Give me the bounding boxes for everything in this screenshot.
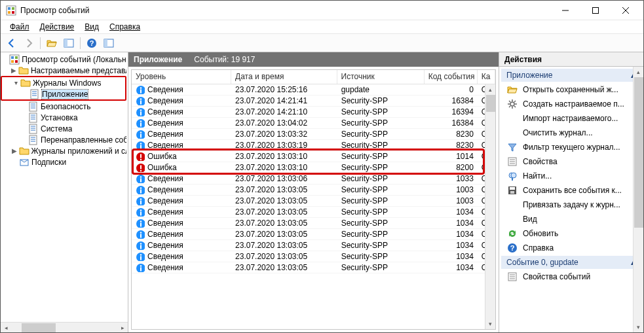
action-save-all-events[interactable]: Сохранить все события к... [501, 183, 642, 198]
action-filter-log[interactable]: Фильтр текущего журнал... [501, 140, 642, 154]
scroll-thumb[interactable] [486, 95, 495, 112]
tree-root[interactable]: Просмотр событий (Локальны [1, 54, 128, 65]
scroll-right-button[interactable]: ▸ [117, 323, 128, 333]
tree-setup-log[interactable]: Установка [1, 112, 128, 123]
tree-security-log[interactable]: Безопасность [1, 101, 128, 112]
cell-level: Сведения [132, 85, 231, 94]
table-row[interactable]: Сведения23.07.2020 13:03:05Security-SPP1… [132, 207, 495, 218]
actions-section-event[interactable]: Событие 0, gupdate ▲ [501, 256, 641, 269]
menu-file[interactable]: Файл [5, 21, 35, 33]
action-refresh[interactable]: Обновить [501, 226, 642, 241]
tree-twist-icon[interactable]: ▶ [10, 147, 19, 154]
table-row[interactable]: Сведения23.07.2020 13:03:05Security-SPP1… [132, 251, 495, 262]
info-icon [136, 252, 145, 261]
column-header-code[interactable]: Код события [425, 70, 478, 84]
actions-body: Приложение ▲ Открыть сохраненный ж... Со… [499, 67, 643, 332]
action-find[interactable]: Найти... [501, 169, 642, 183]
maximize-button[interactable] [580, 1, 611, 20]
actions-section-application[interactable]: Приложение ▲ [501, 69, 641, 82]
cell-code: 16384 [425, 96, 478, 105]
cell-source: Security-SPP [337, 241, 425, 250]
cell-code: 16394 [425, 107, 478, 116]
tree-label: Приложение [42, 90, 88, 99]
action-clear-log[interactable]: Очистить журнал... [501, 126, 642, 140]
tree-twist-icon[interactable]: ▶ [10, 67, 18, 74]
toolbar-forward-button[interactable] [22, 36, 36, 50]
table-row[interactable]: Ошибка23.07.2020 13:03:10Security-SPP101… [132, 151, 495, 162]
scroll-left-button[interactable]: ◂ [1, 323, 11, 333]
tree-subscriptions[interactable]: Подписки [1, 156, 128, 167]
scroll-up-button[interactable]: ▴ [634, 67, 644, 77]
cell-source: Security-SPP [337, 96, 425, 105]
toolbar-show-tree-button[interactable] [45, 36, 59, 50]
blank-icon [507, 214, 518, 224]
cell-level: Сведения [132, 174, 231, 183]
tree-pane: Просмотр событий (Локальны ▶ Настраиваем… [1, 52, 128, 332]
toolbar-back-button[interactable] [5, 36, 19, 50]
action-label: Открыть сохраненный ж... [523, 85, 618, 94]
action-create-custom-view[interactable]: Создать настраиваемое п... [501, 97, 642, 111]
info-icon [136, 107, 145, 116]
column-header-datetime[interactable]: Дата и время [231, 70, 337, 84]
table-row[interactable]: Сведения23.07.2020 14:21:10Security-SPP1… [132, 107, 495, 118]
cell-level: Сведения [132, 196, 231, 205]
toolbar-panes-button[interactable] [62, 36, 76, 50]
scroll-up-button[interactable]: ▴ [485, 84, 496, 95]
action-label: Очистить журнал... [523, 128, 593, 137]
table-row[interactable]: Сведения23.07.2020 13:03:05Security-SPP1… [132, 184, 495, 196]
scroll-down-button[interactable]: ▾ [634, 322, 644, 332]
column-header-source[interactable]: Источник [337, 70, 425, 84]
scroll-thumb[interactable] [22, 323, 56, 332]
actions-vertical-scrollbar[interactable]: ▴ ▾ [633, 67, 643, 332]
menu-action[interactable]: Действие [35, 21, 80, 33]
cell-datetime: 23.07.2020 13:03:06 [231, 174, 337, 183]
table-row[interactable]: Сведения23.07.2020 13:03:06Security-SPP1… [132, 173, 495, 184]
action-open-saved-log[interactable]: Открыть сохраненный ж... [501, 82, 642, 97]
table-row[interactable]: Сведения23.07.2020 13:03:32Security-SPP8… [132, 129, 495, 140]
tree-forwarded-log[interactable]: Перенаправленные соб [1, 134, 128, 145]
save-icon [507, 185, 518, 196]
table-row[interactable]: Сведения23.07.2020 13:03:05Security-SPP1… [132, 218, 495, 229]
table-row[interactable]: Сведения23.07.2020 13:03:05Security-SPP1… [132, 240, 495, 251]
action-properties[interactable]: Свойства [501, 154, 642, 169]
scroll-thumb[interactable] [634, 77, 643, 228]
tree-system-log[interactable]: Система [1, 123, 128, 134]
tree-windows-logs[interactable]: ▾ Журналы Windows [2, 77, 125, 88]
tree-twist-icon[interactable]: ▾ [11, 79, 20, 86]
action-import-custom-view[interactable]: Импорт настраиваемого... [501, 111, 642, 126]
table-row[interactable]: Ошибка23.07.2020 13:03:10Security-SPP820… [132, 162, 495, 173]
tree-horizontal-scrollbar[interactable]: ◂ ▸ [1, 322, 128, 332]
tree-root-label: Просмотр событий (Локальны [22, 55, 126, 64]
table-row[interactable]: Сведения23.07.2020 15:25:16gupdate0О [132, 84, 495, 96]
tree-application-log[interactable]: Приложение [2, 88, 125, 99]
info-icon [136, 263, 145, 272]
action-help[interactable]: Справка▶ [501, 241, 642, 255]
toolbar-panes2-button[interactable] [102, 36, 116, 50]
cell-source: Security-SPP [337, 130, 425, 139]
close-button[interactable] [611, 1, 641, 20]
table-row[interactable]: Сведения23.07.2020 13:03:05Security-SPP1… [132, 262, 495, 273]
cell-source: Security-SPP [337, 185, 425, 194]
tree-app-service-logs[interactable]: ▶ Журналы приложений и сл [1, 145, 128, 156]
menu-help[interactable]: Справка [104, 21, 145, 33]
action-attach-task[interactable]: Привязать задачу к журн... [501, 198, 642, 212]
minimize-button[interactable] [550, 1, 580, 20]
toolbar-help-button[interactable] [85, 36, 99, 50]
cell-datetime: 23.07.2020 13:03:10 [231, 152, 337, 161]
table-row[interactable]: Сведения23.07.2020 13:03:05Security-SPP1… [132, 229, 495, 240]
tree-custom-views[interactable]: ▶ Настраиваемые представле [1, 65, 128, 76]
action-event-properties[interactable]: Свойства событий [501, 270, 642, 284]
log-icon [28, 135, 39, 145]
table-row[interactable]: Сведения23.07.2020 13:03:19Security-SPP8… [132, 140, 495, 151]
column-header-category[interactable]: Ка [478, 70, 495, 84]
events-header-title: Приложение [134, 55, 182, 64]
actions-section-label: Приложение [506, 71, 552, 80]
scroll-down-button[interactable]: ▾ [485, 319, 496, 329]
menu-view[interactable]: Вид [79, 21, 104, 33]
table-vertical-scrollbar[interactable]: ▴ ▾ [485, 84, 495, 329]
action-view-submenu[interactable]: Вид▶ [501, 212, 642, 226]
table-row[interactable]: Сведения23.07.2020 13:04:02Security-SPP1… [132, 118, 495, 129]
table-row[interactable]: Сведения23.07.2020 13:03:05Security-SPP1… [132, 196, 495, 207]
table-row[interactable]: Сведения23.07.2020 14:21:41Security-SPP1… [132, 96, 495, 107]
column-header-level[interactable]: Уровень [132, 70, 231, 84]
